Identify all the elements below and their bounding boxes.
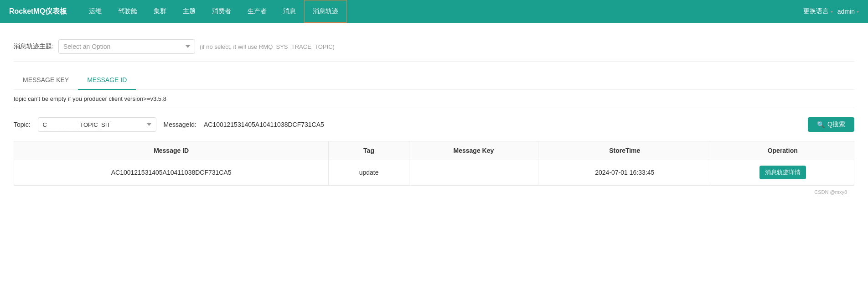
footer: CSDN @mxy8 <box>14 186 854 198</box>
search-button[interactable]: 🔍 Q搜索 <box>808 117 854 132</box>
cell-store-time: 2024-07-01 16:33:45 <box>538 160 711 185</box>
nav-item-yunwei[interactable]: 运维 <box>81 0 110 23</box>
nav-brand: RocketMQ仪表板 <box>9 7 67 16</box>
col-message-id: Message ID <box>14 141 329 160</box>
lang-dropdown-icon: ▾ <box>831 9 833 14</box>
footer-text: CSDN @mxy8 <box>814 189 847 195</box>
col-store-time: StoreTime <box>538 141 711 160</box>
col-operation: Operation <box>711 141 854 160</box>
nav-item-xiaofeizhe[interactable]: 消费者 <box>204 0 239 23</box>
table-row: AC100121531405A10411038DCF731CA5 update … <box>14 160 854 185</box>
topic-dropdown[interactable]: C__________TOPIC_SIT <box>38 117 156 132</box>
nav-item-shengchanzhe[interactable]: 生产者 <box>239 0 275 23</box>
topic-select[interactable]: Select an Option <box>58 39 195 54</box>
nav-right: 更换语言 ▾ admin ▾ <box>803 7 859 16</box>
nav-item-xiaoxiao[interactable]: 消息 <box>275 0 304 23</box>
user-menu[interactable]: admin ▾ <box>837 8 859 15</box>
tab-message-id[interactable]: MESSAGE ID <box>78 71 136 90</box>
tab-message-key[interactable]: MESSAGE KEY <box>14 71 78 90</box>
nav-item-jiqun[interactable]: 集群 <box>145 0 175 23</box>
tabs: MESSAGE KEY MESSAGE ID <box>14 71 854 90</box>
cell-message-id: AC100121531405A10411038DCF731CA5 <box>14 160 329 185</box>
msgid-label: MessageId: <box>164 121 196 128</box>
cell-operation: 消息轨迹详情 <box>711 160 854 185</box>
nav-items: 运维 驾驶舱 集群 主题 消费者 生产者 消息 消息轨迹 <box>81 0 803 23</box>
navbar: RocketMQ仪表板 运维 驾驶舱 集群 主题 消费者 生产者 消息 消息轨迹… <box>0 0 868 23</box>
topic-row-label: 消息轨迹主题: <box>14 42 54 51</box>
detail-button[interactable]: 消息轨迹详情 <box>760 166 806 179</box>
main-content: 消息轨迹主题: Select an Option (if no select, … <box>0 23 868 302</box>
nav-item-jiashicang[interactable]: 驾驶舱 <box>110 0 145 23</box>
results-table: Message ID Tag Message Key StoreTime Ope… <box>14 141 854 185</box>
col-message-key: Message Key <box>409 141 538 160</box>
topic-input-label: Topic: <box>14 121 31 128</box>
cell-message-key <box>409 160 538 185</box>
lang-switch[interactable]: 更换语言 ▾ <box>803 7 833 16</box>
user-dropdown-icon: ▾ <box>857 9 859 14</box>
table-header-row: Message ID Tag Message Key StoreTime Ope… <box>14 141 854 160</box>
warning-text: topic can't be empty if you producer cli… <box>14 90 854 108</box>
cell-tag: update <box>329 160 409 185</box>
topic-row: 消息轨迹主题: Select an Option (if no select, … <box>14 32 854 62</box>
nav-item-xiaoxiaogujì[interactable]: 消息轨迹 <box>304 0 347 23</box>
results-table-wrap: Message ID Tag Message Key StoreTime Ope… <box>14 141 854 186</box>
topic-hint: (if no select, it will use RMQ_SYS_TRACE… <box>200 43 335 50</box>
search-icon: 🔍 <box>817 121 825 128</box>
col-tag: Tag <box>329 141 409 160</box>
msgid-value: AC100121531405A10411038DCF731CA5 <box>204 121 324 128</box>
nav-item-zhuti[interactable]: 主题 <box>175 0 204 23</box>
search-row: Topic: C__________TOPIC_SIT MessageId: A… <box>14 108 854 141</box>
